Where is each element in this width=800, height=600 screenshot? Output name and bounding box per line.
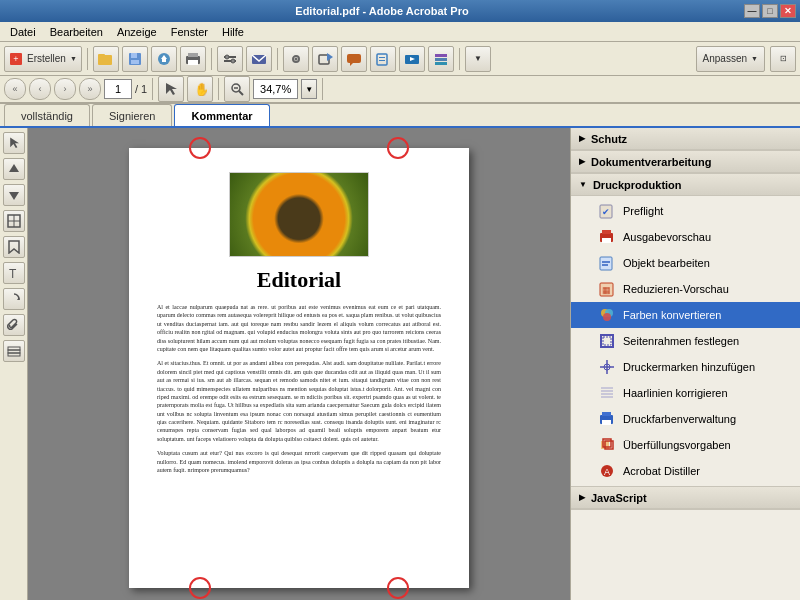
share-button[interactable] bbox=[312, 46, 338, 72]
item-haarlinien[interactable]: Haarlinien korrigieren bbox=[571, 380, 800, 406]
svg-marker-37 bbox=[10, 138, 19, 148]
menu-anzeige[interactable]: Anzeige bbox=[111, 24, 163, 40]
svg-text:▦: ▦ bbox=[602, 285, 611, 295]
upload-button[interactable] bbox=[151, 46, 177, 72]
svg-rect-12 bbox=[188, 60, 198, 65]
tool-text[interactable]: T bbox=[3, 262, 25, 284]
save-button[interactable] bbox=[122, 46, 148, 72]
javascript-label: JavaScript bbox=[591, 492, 647, 504]
nav-prev-prev[interactable]: « bbox=[4, 78, 26, 100]
reduzieren-svg: ▦ bbox=[599, 281, 615, 297]
svg-point-19 bbox=[294, 57, 297, 60]
print-icon bbox=[185, 52, 201, 66]
layers-button[interactable] bbox=[428, 46, 454, 72]
tool-select[interactable] bbox=[3, 210, 25, 232]
item-reduzieren[interactable]: ▦ Reduzieren-Vorschau bbox=[571, 276, 800, 302]
ausgabe-svg bbox=[599, 229, 615, 245]
item-ueberfuellung[interactable]: Überfüllungsvorgaben bbox=[571, 432, 800, 458]
menu-hilfe[interactable]: Hilfe bbox=[216, 24, 250, 40]
erstellen-arrow: ▼ bbox=[70, 55, 77, 62]
zoom-input[interactable] bbox=[253, 79, 298, 99]
section-druckproduktion-header[interactable]: ▼ Druckproduktion bbox=[571, 174, 800, 196]
menu-bearbeiten[interactable]: Bearbeiten bbox=[44, 24, 109, 40]
svg-point-61 bbox=[603, 313, 611, 321]
item-preflight[interactable]: ✔ Preflight bbox=[571, 198, 800, 224]
toolbar-toggle[interactable]: ⊡ bbox=[770, 46, 796, 72]
tab-vollstaendig[interactable]: vollständig bbox=[4, 104, 90, 126]
toolbar-sep1 bbox=[87, 48, 88, 70]
tab-signieren[interactable]: Signieren bbox=[92, 104, 172, 126]
svg-rect-25 bbox=[379, 57, 385, 58]
section-dokument-header[interactable]: ▶ Dokumentverarbeitung bbox=[571, 151, 800, 173]
section-javascript-header[interactable]: ▶ JavaScript bbox=[571, 487, 800, 509]
menu-datei[interactable]: Datei bbox=[4, 24, 42, 40]
tools-icon bbox=[223, 52, 237, 66]
svg-text:✔: ✔ bbox=[602, 207, 610, 217]
toolbar-sep4 bbox=[459, 48, 460, 70]
comment-button[interactable] bbox=[341, 46, 367, 72]
open-button[interactable] bbox=[93, 46, 119, 72]
share-icon bbox=[317, 52, 333, 66]
item-ausgabe[interactable]: Ausgabevorschau bbox=[571, 224, 800, 250]
tool-attach[interactable] bbox=[3, 314, 25, 336]
restore-button[interactable]: □ bbox=[762, 4, 778, 18]
seitenrahmen-svg bbox=[599, 333, 615, 349]
titlebar-title: Editorial.pdf - Adobe Acrobat Pro bbox=[20, 5, 744, 17]
save-icon bbox=[128, 52, 142, 66]
hand-tool[interactable]: ✋ bbox=[187, 76, 213, 102]
forms-icon bbox=[375, 52, 391, 66]
titlebar-controls[interactable]: — □ ✕ bbox=[744, 4, 796, 18]
right-panel: ▶ Schutz ▶ Dokumentverarbeitung ▼ Druckp… bbox=[570, 128, 800, 600]
erstellen-button[interactable]: + Erstellen ▼ bbox=[4, 46, 82, 72]
up-icon bbox=[7, 162, 21, 176]
menu-fenster[interactable]: Fenster bbox=[165, 24, 214, 40]
nav-next-next[interactable]: » bbox=[79, 78, 101, 100]
select-tool[interactable] bbox=[158, 76, 184, 102]
zoom-dropdown[interactable]: ▼ bbox=[301, 79, 317, 99]
item-druckermarken[interactable]: Druckermarken hinzufügen bbox=[571, 354, 800, 380]
tool-layers[interactable] bbox=[3, 340, 25, 362]
section-schutz-header[interactable]: ▶ Schutz bbox=[571, 128, 800, 150]
tool-arrow[interactable] bbox=[3, 132, 25, 154]
more-button[interactable]: ▼ bbox=[465, 46, 491, 72]
bookmark-icon bbox=[7, 240, 21, 254]
tool-up[interactable] bbox=[3, 158, 25, 180]
minimize-button[interactable]: — bbox=[744, 4, 760, 18]
tool-down[interactable] bbox=[3, 184, 25, 206]
item-seitenrahmen[interactable]: Seitenrahmen festlegen bbox=[571, 328, 800, 354]
tabbar: vollständig Signieren Kommentar bbox=[0, 104, 800, 128]
druckfarben-label: Druckfarbenverwaltung bbox=[623, 413, 792, 425]
svg-rect-63 bbox=[603, 337, 611, 345]
settings-button[interactable] bbox=[283, 46, 309, 72]
erstellen-icon: + bbox=[9, 52, 23, 66]
item-objekt[interactable]: Objekt bearbeiten bbox=[571, 250, 800, 276]
tool-bookmark[interactable] bbox=[3, 236, 25, 258]
item-distiller[interactable]: A Acrobat Distiller bbox=[571, 458, 800, 484]
svg-point-16 bbox=[231, 59, 235, 63]
ausgabe-label: Ausgabevorschau bbox=[623, 231, 792, 243]
svg-marker-39 bbox=[9, 192, 19, 200]
item-druckfarben[interactable]: Druckfarbenverwaltung bbox=[571, 406, 800, 432]
email-button[interactable] bbox=[246, 46, 272, 72]
toolbar-sep6 bbox=[218, 78, 219, 100]
forms-button[interactable] bbox=[370, 46, 396, 72]
haarlinien-label: Haarlinien korrigieren bbox=[623, 387, 792, 399]
preflight-svg: ✔ bbox=[599, 203, 615, 219]
tool-rotate[interactable] bbox=[3, 288, 25, 310]
item-farben[interactable]: Farben konvertieren bbox=[571, 302, 800, 328]
pdf-viewer[interactable]: Editorial Al et laccae nulparum quaepuda… bbox=[28, 128, 570, 600]
paragraph2: Al et sitacius.thus. Et omnit. ut por as… bbox=[157, 359, 441, 443]
nav-prev[interactable]: ‹ bbox=[29, 78, 51, 100]
anpassen-button[interactable]: Anpassen ▼ bbox=[696, 46, 765, 72]
svg-rect-26 bbox=[379, 60, 385, 61]
page-input[interactable] bbox=[104, 79, 132, 99]
nav-next[interactable]: › bbox=[54, 78, 76, 100]
media-button[interactable] bbox=[399, 46, 425, 72]
anpassen-arrow: ▼ bbox=[751, 55, 758, 62]
distiller-icon: A bbox=[599, 463, 615, 479]
tab-kommentar[interactable]: Kommentar bbox=[174, 104, 269, 126]
print-button[interactable] bbox=[180, 46, 206, 72]
close-button[interactable]: ✕ bbox=[780, 4, 796, 18]
zoom-out[interactable] bbox=[224, 76, 250, 102]
tools-button[interactable] bbox=[217, 46, 243, 72]
